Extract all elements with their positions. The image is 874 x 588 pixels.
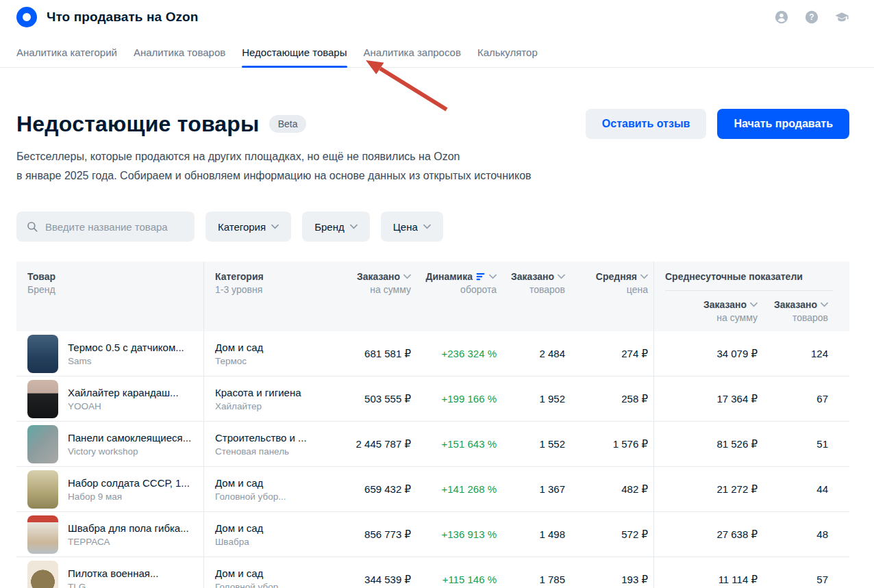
brand-filter-button[interactable]: Бренд	[302, 212, 370, 242]
product-image	[27, 335, 58, 373]
search-icon	[26, 220, 38, 233]
daily-cells: 11 114 ₽ 57	[653, 557, 849, 588]
product-brand: ТЕРРАСА	[68, 537, 189, 547]
daily-items-value: 124	[763, 348, 834, 359]
tab-query-analytics[interactable]: Аналитика запросов	[364, 41, 461, 67]
category-cell: Дом и сад Термос	[203, 331, 316, 376]
table-row[interactable]: Швабра для пола гибка... ТЕРРАСА Дом и с…	[16, 512, 849, 557]
chevron-down-icon	[350, 224, 358, 229]
product-cell: Термос 0.5 с датчиком... Sams	[16, 331, 203, 376]
top-bar: Что продавать на Ozon ?	[0, 0, 874, 34]
col-header-daily-sum[interactable]: Заказано на сумму	[665, 299, 763, 323]
daily-cells: 34 079 ₽ 124	[653, 331, 849, 376]
daily-items-value: 57	[763, 574, 834, 585]
product-name[interactable]: Набор солдата СССР, 1...	[68, 477, 190, 489]
product-brand: YOOAH	[68, 401, 179, 411]
turnover-value: +151 643 %	[416, 438, 502, 450]
product-brand: Набор 9 мая	[68, 491, 190, 502]
col-header-category: Категория 1-3 уровня	[203, 261, 316, 331]
table-row[interactable]: Набор солдата СССР, 1... Набор 9 мая Дом…	[16, 467, 849, 512]
ordered-sum-value: 856 773 ₽	[316, 528, 416, 541]
daily-sum-value: 27 638 ₽	[654, 528, 763, 541]
daily-group-title: Среднесуточные показатели	[665, 271, 833, 291]
daily-cells: 21 272 ₽ 44	[653, 467, 849, 511]
avg-price-value: 258 ₽	[571, 393, 653, 405]
subcategory-name: Стеновая панель	[215, 446, 316, 457]
product-name[interactable]: Термос 0.5 с датчиком...	[68, 342, 184, 353]
turnover-value: +136 913 %	[416, 528, 502, 540]
col-header-ordered-items[interactable]: Заказано товаров	[502, 261, 571, 331]
daily-cells: 17 364 ₽ 67	[653, 376, 849, 421]
turnover-value: +141 268 %	[416, 483, 502, 495]
tab-calculator[interactable]: Калькулятор	[477, 41, 538, 67]
user-profile-icon[interactable]	[774, 10, 789, 25]
table-header: Товар Бренд Категория 1-3 уровня Заказан…	[16, 261, 849, 331]
table-row[interactable]: Хайлайтер карандаш... YOOAH Красота и ги…	[16, 376, 849, 422]
col-header-avg-price[interactable]: Средняя цена	[571, 261, 653, 331]
daily-cells: 27 638 ₽ 48	[653, 512, 849, 557]
ordered-items-value: 1 498	[502, 528, 571, 540]
product-image	[27, 425, 58, 463]
product-image	[27, 561, 58, 588]
tab-product-analytics[interactable]: Аналитика товаров	[134, 41, 225, 67]
page-description-line1: Бестселлеры, которые продаются на других…	[16, 147, 849, 166]
subcategory-name: Головной убор...	[215, 491, 316, 502]
col-header-turnover[interactable]: Динамика оборота	[416, 261, 502, 331]
sort-chevron-icon	[821, 302, 828, 307]
ordered-items-value: 2 484	[502, 348, 571, 359]
avg-price-value: 482 ₽	[571, 483, 653, 496]
turnover-value: +236 324 %	[416, 348, 502, 359]
price-filter-button[interactable]: Цена	[381, 212, 443, 242]
daily-items-value: 44	[763, 483, 834, 495]
subcategory-name: Швабра	[215, 537, 316, 547]
price-filter-label: Цена	[393, 221, 418, 233]
category-cell: Дом и сад Головной убор...	[203, 557, 316, 588]
product-cell: Набор солдата СССР, 1... Набор 9 мая	[16, 467, 203, 511]
subcategory-name: Хайлайтер	[215, 401, 316, 411]
ordered-sum-value: 503 555 ₽	[316, 393, 416, 405]
category-name: Дом и сад	[215, 567, 316, 579]
sort-chevron-icon	[558, 274, 565, 279]
col-header-ordered-sum[interactable]: Заказано на сумму	[316, 261, 416, 331]
product-name[interactable]: Панели самоклеящиеся...	[68, 432, 191, 444]
tab-missing-products[interactable]: Недостающие товары	[242, 41, 347, 67]
filters-bar: Категория Бренд Цена	[16, 212, 849, 242]
category-name: Красота и гигиена	[215, 387, 316, 398]
table-row[interactable]: Панели самоклеящиеся... Victory workshop…	[16, 422, 849, 467]
leave-feedback-button[interactable]: Оставить отзыв	[586, 109, 707, 139]
table-row[interactable]: Пилотка военная... TLG Дом и сад Головно…	[16, 557, 849, 588]
education-icon[interactable]	[834, 10, 849, 25]
daily-cells: 81 526 ₽ 51	[653, 422, 849, 466]
product-name[interactable]: Швабра для пола гибка...	[68, 522, 189, 534]
ordered-sum-value: 344 539 ₽	[316, 574, 416, 586]
search-input[interactable]	[45, 221, 185, 233]
subcategory-name: Головной убор...	[215, 582, 316, 588]
avg-price-value: 572 ₽	[571, 528, 653, 541]
svg-text:?: ?	[809, 12, 814, 22]
brand-filter-label: Бренд	[314, 221, 345, 233]
start-selling-button[interactable]: Начать продавать	[717, 109, 849, 139]
table-body: Термос 0.5 с датчиком... Sams Дом и сад …	[16, 331, 849, 588]
table-row[interactable]: Термос 0.5 с датчиком... Sams Дом и сад …	[16, 331, 849, 376]
search-box[interactable]	[16, 212, 195, 242]
product-cell: Швабра для пола гибка... ТЕРРАСА	[16, 512, 203, 557]
product-name[interactable]: Пилотка военная...	[68, 567, 158, 579]
sort-chevron-icon	[750, 302, 758, 307]
app-title: Что продавать на Ozon	[47, 10, 199, 25]
avg-price-value: 193 ₽	[571, 574, 653, 586]
subcategory-name: Термос	[215, 356, 316, 366]
product-brand: Victory workshop	[68, 446, 191, 457]
sort-chevron-icon	[489, 274, 497, 279]
product-name[interactable]: Хайлайтер карандаш...	[68, 387, 179, 398]
sort-chevron-icon	[403, 274, 411, 279]
category-filter-button[interactable]: Категория	[205, 212, 291, 242]
help-icon[interactable]: ?	[804, 10, 819, 25]
col-header-product: Товар Бренд	[16, 261, 203, 331]
category-name: Дом и сад	[215, 477, 316, 489]
page-description: Бестселлеры, которые продаются на других…	[16, 147, 849, 186]
col-header-daily-items[interactable]: Заказано товаров	[763, 299, 834, 323]
category-name: Дом и сад	[215, 342, 316, 353]
category-cell: Дом и сад Головной убор...	[203, 467, 316, 511]
tab-category-analytics[interactable]: Аналитика категорий	[16, 41, 117, 67]
chevron-down-icon	[423, 224, 431, 229]
